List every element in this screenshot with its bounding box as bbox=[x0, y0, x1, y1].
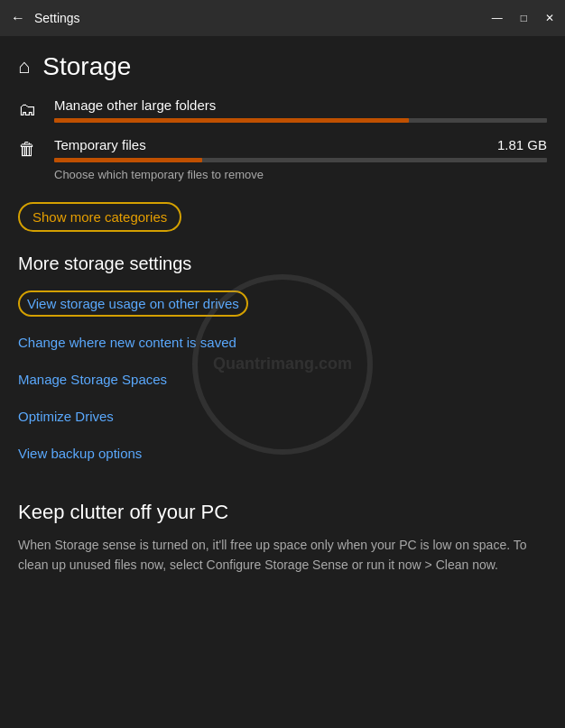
close-button[interactable]: ✕ bbox=[545, 12, 554, 24]
trash-icon: 🗑 bbox=[18, 139, 42, 160]
show-more-categories-button[interactable]: Show more categories bbox=[18, 202, 181, 232]
temp-label: Temporary files bbox=[54, 137, 146, 152]
storage-bar-fill-temp bbox=[54, 158, 202, 162]
back-button[interactable]: ← bbox=[11, 11, 25, 25]
temp-size: 1.81 GB bbox=[497, 137, 547, 152]
storage-info-large-folders: Manage other large folders bbox=[54, 97, 547, 126]
storage-item-temp-files: 🗑 Temporary files 1.81 GB Choose which t… bbox=[18, 130, 547, 186]
minimize-button[interactable]: — bbox=[492, 12, 503, 24]
more-storage-section: More storage settings View storage usage… bbox=[18, 253, 547, 461]
storage-item-large-folders: 🗂 Manage other large folders bbox=[18, 90, 547, 130]
storage-row: Manage other large folders bbox=[54, 97, 547, 113]
storage-row-temp: Temporary files 1.81 GB bbox=[54, 137, 547, 152]
home-icon: ⌂ bbox=[18, 55, 30, 78]
clutter-title: Keep clutter off your PC bbox=[18, 501, 547, 524]
storage-info-temp: Temporary files 1.81 GB Choose which tem… bbox=[54, 137, 547, 182]
more-storage-heading: More storage settings bbox=[18, 253, 547, 274]
storage-bar-fill bbox=[54, 118, 409, 123]
change-content-saved-link[interactable]: Change where new content is saved bbox=[18, 335, 547, 350]
manage-storage-spaces-link[interactable]: Manage Storage Spaces bbox=[18, 372, 547, 387]
optimize-drives-link[interactable]: Optimize Drives bbox=[18, 409, 547, 424]
titlebar-controls: — □ ✕ bbox=[492, 12, 554, 24]
titlebar-left: ← Settings bbox=[11, 11, 80, 25]
maximize-button[interactable]: □ bbox=[521, 12, 527, 24]
clutter-text: When Storage sense is turned on, it'll f… bbox=[18, 535, 547, 576]
content-area: 🗂 Manage other large folders 🗑 Temporary… bbox=[0, 90, 565, 461]
storage-label: Manage other large folders bbox=[54, 97, 216, 113]
storage-bar-temp bbox=[54, 158, 547, 162]
page-header: ⌂ Storage bbox=[0, 36, 565, 90]
folder-icon: 🗂 bbox=[18, 99, 42, 120]
view-storage-usage-link[interactable]: View storage usage on other drives bbox=[18, 290, 248, 317]
page-title: Storage bbox=[42, 52, 131, 81]
titlebar: ← Settings — □ ✕ bbox=[0, 0, 565, 36]
clutter-section: Keep clutter off your PC When Storage se… bbox=[0, 483, 565, 576]
storage-bar bbox=[54, 118, 547, 123]
temp-desc: Choose which temporary files to remove bbox=[54, 168, 264, 181]
view-backup-options-link[interactable]: View backup options bbox=[18, 446, 547, 461]
titlebar-title: Settings bbox=[34, 11, 80, 25]
